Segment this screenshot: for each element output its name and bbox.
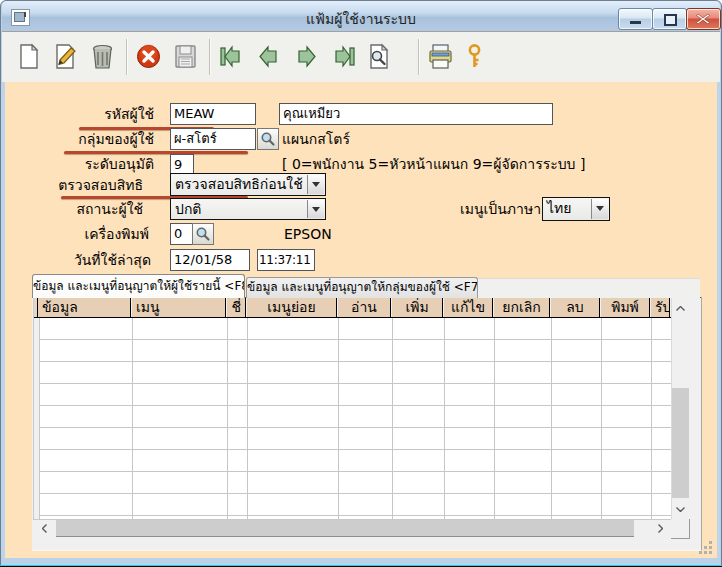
grid-left-border xyxy=(33,298,34,538)
grid-header-bottom-border xyxy=(33,317,671,318)
tab-user-permissions[interactable]: ข้อมูล และเมนูที่อนุญาตให้ผู้ใช้รายนี้ <… xyxy=(32,274,245,298)
grid-column-header[interactable]: เมนู xyxy=(132,298,226,317)
restore-button[interactable] xyxy=(652,8,687,30)
toolbar-separator xyxy=(209,39,211,75)
printer-label: เครื่องพิมพ์ xyxy=(1,223,149,245)
grid-column-header[interactable]: ลบ xyxy=(551,298,600,317)
check-rights-select[interactable]: ตรวจสอบสิทธิก่อนใช้งาน xyxy=(170,173,326,196)
menu-language-dropdown-icon[interactable] xyxy=(591,199,608,219)
grid-body xyxy=(33,318,671,519)
save-icon[interactable] xyxy=(172,43,199,70)
previous-record-icon[interactable] xyxy=(255,43,282,70)
user-group-input[interactable]: ผ-สโตร์ xyxy=(170,128,256,150)
printer-input[interactable]: 0 xyxy=(170,223,193,245)
toolbar-separator xyxy=(418,39,420,75)
chevron-right-icon xyxy=(658,524,663,533)
next-record-icon[interactable] xyxy=(293,43,320,70)
toolbar xyxy=(2,31,720,83)
window-title: แฟ้มผู้ใช้งานระบบ xyxy=(2,8,720,30)
menu-language-select[interactable]: ไทย xyxy=(542,197,610,221)
grid-column-header[interactable]: แก้ไข xyxy=(444,298,493,317)
grid-column-header[interactable]: เมนูย่อย xyxy=(247,298,337,317)
new-record-icon[interactable] xyxy=(15,43,42,70)
chevron-down-icon xyxy=(676,507,685,512)
menu-language-label: เมนูเป็นภาษา xyxy=(389,198,541,220)
approval-level-hint: [ 0=พนักงาน 5=หัวหน้าแผนก 9=ผู้จัดการระบ… xyxy=(282,153,585,175)
user-code-input[interactable]: MEAW xyxy=(170,103,256,125)
check-rights-dropdown-icon[interactable] xyxy=(307,175,324,194)
chevron-up-icon xyxy=(676,306,685,311)
last-used-label: วันที่ใช้ล่าสุด xyxy=(1,249,151,271)
hscroll-left-button[interactable] xyxy=(34,520,54,537)
user-group-label: กลุ่มของผู้ใช้ xyxy=(1,128,154,150)
last-used-time-input[interactable]: 11:37:11 xyxy=(257,249,315,271)
tab-group-permissions[interactable]: ข้อมูล และเมนูที่อนุญาตให้กลุ่มของผู้ใช้… xyxy=(246,277,478,298)
grid-row-indicator-column xyxy=(33,318,40,519)
approval-level-input[interactable]: 9 xyxy=(170,154,194,175)
hscroll-right-button[interactable] xyxy=(650,520,670,537)
cancel-icon[interactable] xyxy=(135,43,162,70)
grid-column-header[interactable]: ยกเลิก xyxy=(494,298,550,317)
user-name-input[interactable]: คุณเหมียว xyxy=(279,103,553,125)
title-bar: แฟ้มผู้ใช้งานระบบ xyxy=(2,1,720,31)
tab-strip-filler xyxy=(478,278,700,298)
print-icon[interactable] xyxy=(427,43,454,70)
printer-lookup-button[interactable] xyxy=(192,223,214,245)
printer-desc: EPSON xyxy=(284,223,332,245)
user-status-select[interactable]: ปกติ xyxy=(170,198,326,220)
user-group-desc: แผนกสโตร์ xyxy=(282,128,350,150)
last-used-date-input[interactable]: 12/01/58 xyxy=(170,249,250,271)
lookup-magnifier-icon xyxy=(195,226,211,242)
app-window: แฟ้มผู้ใช้งานระบบ xyxy=(0,0,722,567)
toolbar-separator xyxy=(126,39,128,75)
grid-column-header[interactable]: พิมพ์ xyxy=(601,298,650,317)
user-status-label: สถานะผู้ใช้ xyxy=(1,198,143,220)
close-icon xyxy=(696,13,710,25)
user-status-dropdown-icon[interactable] xyxy=(307,200,324,218)
delete-record-icon[interactable] xyxy=(89,43,116,70)
minimize-button[interactable] xyxy=(618,8,653,30)
grid-column-header[interactable]: เพิ่ม xyxy=(392,298,443,317)
edit-record-icon[interactable] xyxy=(52,43,79,70)
grid-column-header[interactable]: ข้อมูล xyxy=(38,298,131,317)
lookup-magnifier-icon xyxy=(260,131,276,147)
grid-column-header[interactable]: ชี่ xyxy=(227,298,246,317)
vscroll-thumb[interactable] xyxy=(672,388,689,498)
hscroll-thumb[interactable] xyxy=(56,520,634,537)
last-record-icon[interactable] xyxy=(331,43,358,70)
grid-column-header[interactable]: รับ xyxy=(651,298,670,317)
permissions-key-icon[interactable] xyxy=(461,43,488,70)
user-group-lookup-button[interactable] xyxy=(257,128,279,150)
vscroll-up-button[interactable] xyxy=(672,298,689,318)
chevron-left-icon xyxy=(42,524,47,533)
check-rights-label: ตรวจสอบสิทธิ xyxy=(1,174,143,196)
grid-column-header[interactable]: อ่าน xyxy=(338,298,391,317)
user-code-label: รหัสผู้ใช้ xyxy=(1,103,154,125)
close-button[interactable] xyxy=(686,8,721,30)
first-record-icon[interactable] xyxy=(217,43,244,70)
approval-level-label: ระดับอนุมัติ xyxy=(1,153,154,175)
find-icon[interactable] xyxy=(365,43,392,70)
vscroll-down-button[interactable] xyxy=(672,499,689,519)
